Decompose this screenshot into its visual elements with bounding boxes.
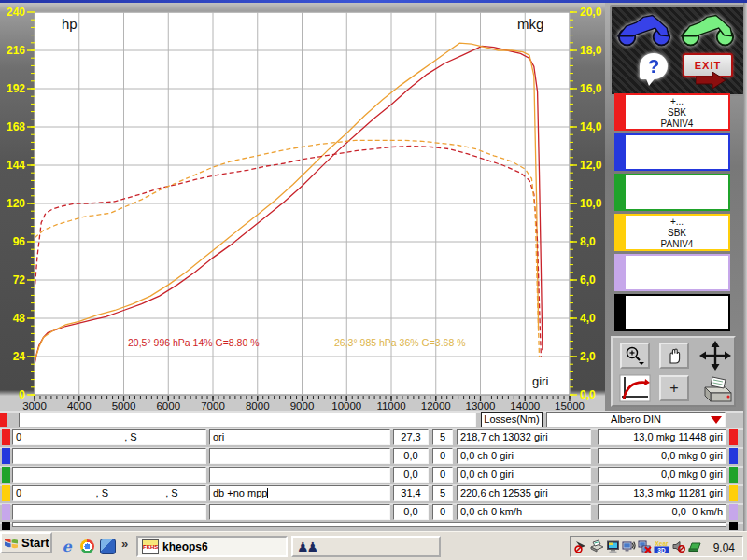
curve-graph-icon bbox=[619, 374, 651, 402]
weather-annotation: 20,5° 996 hPa 14% G=8.80 % bbox=[128, 337, 260, 348]
table-cell-c6-row1: 13,0 mkg 11448 giri bbox=[598, 429, 726, 445]
taskbar-button-second-app[interactable]: ♟♟ bbox=[291, 536, 441, 557]
table-cell-c2-row4[interactable]: db +no mpp bbox=[209, 485, 390, 501]
x-axis-tick-label: 11000 bbox=[376, 400, 405, 411]
run-box-color-tab bbox=[614, 254, 624, 291]
tray-network-offline-icon[interactable] bbox=[638, 539, 652, 553]
run-box-color-tab bbox=[614, 93, 624, 131]
left-axis-tick-label: 24 bbox=[13, 350, 26, 363]
ie-quicklaunch-icon[interactable]: e bbox=[59, 539, 75, 554]
x-axis-tick-label: 9000 bbox=[290, 400, 315, 411]
table-cell-c4-row1: 5 bbox=[432, 429, 453, 445]
zoom-tool-button[interactable] bbox=[620, 343, 650, 369]
table-cell-c5-row2: 0,0 ch 0 giri bbox=[457, 448, 591, 464]
row-tab-right bbox=[729, 467, 738, 483]
tray-storage-icon[interactable] bbox=[687, 539, 701, 553]
table-cell-c2-row1[interactable]: ori bbox=[209, 429, 390, 445]
table-cell-c1-row1[interactable]: 0 , S bbox=[12, 429, 206, 445]
chrome-quicklaunch-icon[interactable] bbox=[79, 539, 95, 554]
table-cell-c2-row5[interactable] bbox=[209, 504, 390, 520]
x-axis-tick-label: 12000 bbox=[421, 400, 451, 411]
printer-icon bbox=[698, 374, 733, 404]
system-tray: Xear 3D 9.04 bbox=[570, 536, 743, 557]
app-quicklaunch-icon[interactable] bbox=[100, 539, 116, 554]
table-cell-c3-row1: 27,3 bbox=[393, 429, 429, 445]
run-box-label: +...SBKPANIV4 bbox=[626, 96, 728, 130]
table-cell-c5-row5: 0,0 ch 0 km/h bbox=[457, 504, 591, 520]
right-axis-unit-label: mkg bbox=[517, 16, 543, 32]
x-axis-tick-label: 3000 bbox=[22, 400, 47, 411]
run-box-6[interactable] bbox=[624, 294, 730, 331]
norm-combo-value: Albero DIN bbox=[611, 413, 661, 425]
right-axis-tick-label: 14,0 bbox=[580, 120, 602, 133]
table-cell-c4-row3: 0 bbox=[432, 467, 453, 483]
table-cell-c4-row5: 0 bbox=[432, 504, 453, 520]
tray-scanner-icon[interactable] bbox=[590, 539, 604, 553]
black-run-tab-right bbox=[729, 522, 738, 530]
table-cell-c4-row2: 0 bbox=[432, 448, 453, 464]
x-axis-tick-label: 10000 bbox=[331, 400, 361, 411]
quicklaunch-overflow-chevron[interactable]: » bbox=[121, 537, 128, 551]
dyno-chart[interactable]: 0244872961201441681922162400,02,04,06,08… bbox=[0, 3, 605, 411]
magnifier-plus-icon bbox=[624, 345, 646, 366]
table-cell-c1-row5[interactable] bbox=[12, 504, 206, 520]
losses-label: Losses(Nm) bbox=[481, 412, 543, 427]
table-cell-c3-row2: 0,0 bbox=[393, 448, 429, 464]
combo-dropdown-arrow-icon[interactable] bbox=[711, 416, 722, 424]
table-cell-c5-row4: 220,6 ch 12535 giri bbox=[457, 485, 591, 501]
run-box-color-tab bbox=[614, 214, 624, 251]
x-axis-tick-label: 15000 bbox=[555, 400, 585, 411]
tray-device-stop-icon[interactable] bbox=[574, 539, 588, 553]
right-axis-tick-label: 16,0 bbox=[580, 82, 602, 95]
row-tab-left bbox=[2, 448, 10, 464]
x-axis-tick-label: 6000 bbox=[156, 400, 180, 411]
run-box-1[interactable]: +...SBKPANIV4 bbox=[624, 93, 730, 131]
start-label: Start bbox=[21, 536, 49, 550]
table-cell-c2-row3[interactable] bbox=[209, 467, 390, 483]
left-axis-tick-label: 144 bbox=[7, 159, 25, 172]
left-axis-tick-label: 168 bbox=[7, 120, 25, 133]
windows-logo-icon bbox=[4, 536, 20, 551]
add-tool-button[interactable]: + bbox=[659, 375, 689, 401]
run-box-color-tab bbox=[614, 174, 624, 211]
run-box-2[interactable] bbox=[624, 133, 730, 171]
curve-tool-button[interactable] bbox=[618, 373, 652, 403]
table-cell-c6-row5: 0,0 0 km/h bbox=[598, 504, 726, 520]
table-cell-c1-row2[interactable] bbox=[12, 448, 206, 464]
taskbar-button-kheops6[interactable]: FKHS kheops6 bbox=[136, 536, 288, 557]
tray-volume-muted-icon[interactable] bbox=[671, 539, 685, 553]
table-cell-c6-row4: 13,3 mkg 11281 giri bbox=[598, 485, 726, 501]
start-button[interactable]: Start bbox=[0, 532, 52, 553]
move-tool-button[interactable] bbox=[697, 340, 734, 371]
right-axis-tick-label: 18,0 bbox=[580, 44, 602, 57]
tray-display-icon[interactable] bbox=[606, 539, 620, 553]
pan-tool-button[interactable] bbox=[659, 343, 689, 369]
print-button[interactable] bbox=[697, 373, 734, 405]
losses-band: Losses(Nm) Albero DIN bbox=[0, 411, 747, 428]
kheops-app-icon: FKHS bbox=[142, 539, 159, 554]
row-tab-right bbox=[729, 504, 738, 520]
left-axis-tick-label: 216 bbox=[7, 44, 25, 57]
row-tab-left bbox=[2, 485, 10, 501]
table-cell-c1-row4[interactable]: 0 , S , S bbox=[12, 485, 206, 501]
row-tab-left bbox=[2, 429, 10, 445]
black-run-tab-left bbox=[2, 522, 10, 530]
run-box-4[interactable]: +...SBKPANIV4 bbox=[624, 214, 730, 251]
right-axis-tick-label: 10,0 bbox=[580, 197, 602, 210]
norm-combo[interactable]: Albero DIN bbox=[546, 412, 726, 427]
window-right-edge bbox=[743, 3, 747, 531]
red-run-stub bbox=[0, 413, 7, 427]
table-cell-c1-row3[interactable] bbox=[12, 467, 206, 483]
taskbar: Start e » FKHS kheops6 ♟♟ Xear bbox=[0, 531, 747, 560]
losses-value-field[interactable] bbox=[19, 413, 476, 427]
right-axis-tick-label: 0,0 bbox=[580, 388, 596, 401]
run-box-5[interactable] bbox=[624, 254, 730, 291]
tray-xear3d-icon[interactable]: Xear 3D bbox=[654, 539, 669, 553]
run-box-3[interactable] bbox=[624, 174, 730, 211]
plus-glyph: + bbox=[669, 380, 678, 397]
x-axis-tick-label: 4000 bbox=[67, 400, 92, 411]
table-cell-c2-row2[interactable] bbox=[209, 448, 390, 464]
tray-wireless-monitor-icon[interactable] bbox=[622, 539, 636, 553]
row-tab-right bbox=[729, 429, 738, 445]
right-axis-tick-label: 12,0 bbox=[580, 159, 602, 172]
